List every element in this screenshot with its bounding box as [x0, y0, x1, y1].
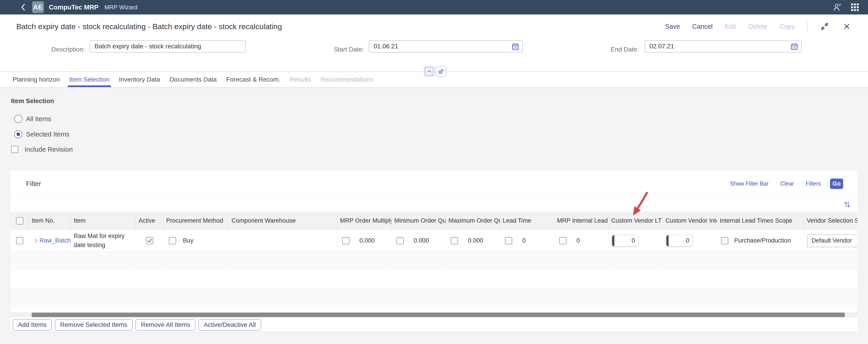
- tab-item-selection[interactable]: Item Selection: [65, 72, 114, 87]
- tab-content: Item Selection All Items Selected Items …: [0, 87, 868, 344]
- filter-title: Filter: [26, 180, 718, 188]
- horizontal-scrollbar[interactable]: [11, 312, 857, 317]
- custom-vendor-internal-cell: [662, 229, 717, 252]
- app-subtitle: MRP Wizard: [104, 4, 137, 11]
- radio-label: All Items: [26, 115, 51, 123]
- cell-checkbox[interactable]: [559, 237, 566, 244]
- include-revision-row[interactable]: Include Revision: [11, 145, 868, 153]
- app-grid-icon[interactable]: [850, 2, 860, 12]
- col-vendor-selection-strategy[interactable]: Vendor Selection Strateg...: [804, 212, 857, 229]
- col-internal-lead-times-scope[interactable]: Internal Lead Times Scope: [717, 212, 804, 229]
- col-mrp-order-multiply[interactable]: MRP Order Multiply: [337, 212, 391, 229]
- header-actions: Save Cancel Edit Delete Copy: [665, 21, 852, 32]
- sort-icon[interactable]: [843, 201, 851, 208]
- item-no-link[interactable]: Raw_Batch_...: [39, 237, 71, 244]
- custom-vendor-lt-input[interactable]: [614, 235, 638, 246]
- close-icon[interactable]: [842, 22, 852, 31]
- row-checkbox[interactable]: [16, 237, 23, 244]
- radio-label: Selected Items: [26, 131, 69, 138]
- col-lead-time[interactable]: Lead Time: [500, 212, 554, 229]
- select-all-cell: [11, 212, 29, 229]
- procurement-checkbox[interactable]: [169, 237, 176, 244]
- clear-link[interactable]: Clear: [780, 180, 794, 187]
- vendor-strategy-value: Default Vendor: [811, 237, 857, 244]
- radio-selected-items[interactable]: Selected Items: [14, 130, 868, 138]
- col-minimum-order-qty[interactable]: Minimum Order Qua...: [391, 212, 445, 229]
- page-header: Batch expiry date - stock recalculating …: [0, 14, 868, 38]
- calendar-icon[interactable]: [790, 42, 798, 51]
- table-row: Raw_Batch_... Raw Mat for expiry date te…: [11, 229, 857, 252]
- cell-checkbox[interactable]: [342, 237, 349, 244]
- cancel-button[interactable]: Cancel: [692, 23, 712, 30]
- tab-planning-horizon[interactable]: Planning horizon: [8, 72, 65, 87]
- radio-circle[interactable]: [14, 115, 22, 123]
- table-header-row: Item No. Item Active Procurement Method …: [11, 212, 857, 229]
- copy-button[interactable]: Copy: [779, 23, 795, 30]
- expand-chevron-icon[interactable]: [35, 238, 38, 243]
- go-button[interactable]: Go: [830, 179, 843, 189]
- col-item-no[interactable]: Item No.: [29, 212, 71, 229]
- calendar-icon[interactable]: [511, 42, 520, 51]
- minimum-order-qty-cell: 0.000: [391, 229, 445, 252]
- value-state-bar: [612, 235, 614, 246]
- filters-link[interactable]: Filters: [806, 180, 821, 187]
- custom-vendor-lt-cell: [608, 229, 662, 252]
- remove-selected-items-button[interactable]: Remove Selected Items: [55, 319, 132, 331]
- procurement-value: Buy: [183, 237, 193, 244]
- start-date-input[interactable]: [369, 40, 523, 53]
- remove-all-items-button[interactable]: Remove All Items: [135, 319, 195, 331]
- internal-lead-times-scope-cell: Purchase/Production: [717, 229, 804, 252]
- col-maximum-order-qty[interactable]: Maximum Order Qu...: [445, 212, 500, 229]
- col-custom-vendor-internal[interactable]: Custom Vendor Inter...: [662, 212, 717, 229]
- user-account-icon[interactable]: [832, 2, 842, 12]
- app-logo-badge[interactable]: AE: [32, 1, 44, 13]
- col-mrp-internal-lead-time[interactable]: MRP Internal Lead T...: [554, 212, 608, 229]
- vendor-selection-strategy-cell: Default Vendor: [804, 229, 857, 252]
- tab-documents-data[interactable]: Documents Data: [165, 72, 221, 87]
- show-filter-bar-link[interactable]: Show Filter Bar: [730, 180, 769, 187]
- maximum-order-qty-cell: 0.000: [445, 229, 500, 252]
- item-description: Raw Mat for expiry date testing: [74, 232, 135, 249]
- col-component-warehouse[interactable]: Component Warehouse: [228, 212, 337, 229]
- mrp-order-multiply-cell: 0.000: [337, 229, 391, 252]
- back-icon[interactable]: [20, 3, 27, 11]
- cell-value: 0.000: [414, 237, 429, 244]
- description-input[interactable]: [90, 40, 246, 53]
- radio-all-items[interactable]: All Items: [14, 115, 868, 123]
- save-button[interactable]: Save: [665, 23, 680, 30]
- radio-circle[interactable]: [14, 130, 22, 138]
- collapse-header-button[interactable]: [424, 66, 434, 76]
- delete-button[interactable]: Delete: [748, 23, 767, 30]
- cell-checkbox[interactable]: [397, 237, 404, 244]
- include-revision-checkbox[interactable]: [11, 146, 18, 153]
- table-toolbar: [11, 197, 857, 212]
- add-items-button[interactable]: Add Items: [13, 319, 52, 331]
- select-all-checkbox[interactable]: [16, 217, 23, 224]
- custom-vendor-internal-input[interactable]: [669, 235, 692, 246]
- edit-button[interactable]: Edit: [725, 23, 736, 30]
- items-table-card: Filter Show Filter Bar Clear Filters Go: [11, 170, 857, 332]
- cell-checkbox[interactable]: [451, 237, 458, 244]
- app-name: CompuTec MRP: [49, 4, 98, 11]
- active-checkbox[interactable]: [146, 237, 153, 244]
- cell-checkbox[interactable]: [505, 237, 512, 244]
- cell-checkbox[interactable]: [721, 237, 728, 244]
- mrp-wizard-page: AE CompuTec MRP MRP Wizard Batch expiry …: [0, 0, 868, 344]
- end-date-input[interactable]: [645, 40, 802, 53]
- scrollbar-thumb[interactable]: [32, 313, 845, 317]
- tab-forecast-recom[interactable]: Forecast & Recom.: [221, 72, 285, 87]
- pin-header-button[interactable]: [436, 66, 446, 76]
- col-active[interactable]: Active: [135, 212, 163, 229]
- tab-recommendations[interactable]: Recommendations: [316, 72, 378, 87]
- tab-inventory-data[interactable]: Inventory Data: [114, 72, 165, 87]
- col-procurement-method[interactable]: Procurement Method: [163, 212, 228, 229]
- col-custom-vendor-lt[interactable]: Custom Vendor LT: [608, 212, 662, 229]
- active-deactive-all-button[interactable]: Active/Deactive All: [198, 319, 261, 331]
- custom-vendor-internal-input-wrap: [666, 235, 692, 246]
- vendor-strategy-select[interactable]: Default Vendor: [807, 234, 857, 247]
- cell-value: 0: [577, 237, 580, 244]
- cell-value: 0: [522, 237, 526, 244]
- exit-fullscreen-icon[interactable]: [819, 22, 830, 31]
- tab-results[interactable]: Results: [285, 72, 315, 87]
- col-item[interactable]: Item: [71, 212, 135, 229]
